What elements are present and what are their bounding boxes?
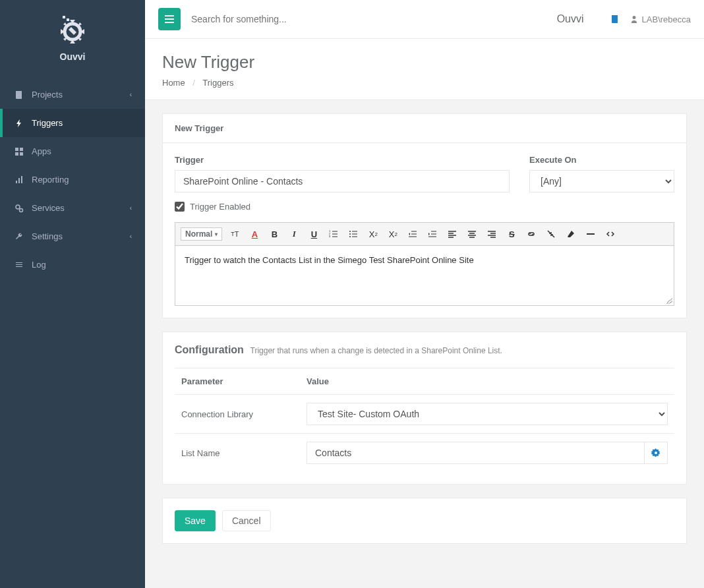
font-size-icon[interactable]: TT [227, 227, 242, 241]
user-menu[interactable]: LAB\rebecca [630, 15, 691, 24]
hamburger-icon [164, 15, 175, 24]
trigger-enabled-label: Trigger Enabled [190, 202, 250, 212]
connection-library-select[interactable]: Test Site- Custom OAuth [307, 403, 668, 425]
execute-on-select[interactable]: [Any] [529, 170, 674, 192]
col-value: Value [300, 368, 674, 395]
cancel-button[interactable]: Cancel [222, 510, 271, 531]
sidebar-item-settings[interactable]: Settings ‹ [0, 222, 145, 250]
chevron-left-icon: ‹ [130, 233, 132, 240]
sidebar-item-label: Settings [32, 231, 63, 241]
hr-icon[interactable] [583, 227, 598, 241]
sidebar-item-services[interactable]: Services ‹ [0, 194, 145, 222]
breadcrumb-home[interactable]: Home [162, 78, 185, 88]
list-name-input[interactable] [307, 442, 645, 464]
format-select[interactable]: Normal▾ [181, 227, 222, 241]
nav-list: Projects ‹ Triggers Apps Reporting Servi… [0, 80, 145, 279]
menu-toggle-button[interactable] [158, 8, 181, 30]
chevron-left-icon: ‹ [130, 91, 132, 98]
panel-title: New Trigger [163, 114, 686, 143]
bolt-icon [13, 119, 25, 128]
editor-toolbar: Normal▾ TT A B I U 123 X2 X2 [175, 223, 674, 246]
param-label: List Name [175, 434, 300, 473]
config-description: Trigger that runs when a change is detec… [250, 346, 502, 355]
eraser-icon[interactable] [564, 227, 578, 241]
underline-icon[interactable]: U [307, 227, 321, 241]
svg-text:3: 3 [329, 235, 331, 238]
help-book-icon[interactable] [610, 15, 620, 24]
align-right-icon[interactable] [484, 227, 499, 241]
list-settings-button[interactable] [645, 442, 668, 464]
config-title: Configuration [175, 344, 244, 355]
svg-rect-1 [63, 16, 65, 18]
list-icon [13, 260, 25, 270]
trigger-label: Trigger [175, 155, 510, 165]
brand-title: Ouvvi [557, 13, 584, 25]
cogs-icon [13, 204, 25, 213]
user-icon [630, 15, 638, 23]
indent-icon[interactable] [425, 227, 440, 241]
svg-point-9 [349, 233, 351, 235]
topbar: Ouvvi LAB\rebecca [145, 0, 704, 39]
svg-point-3 [16, 205, 20, 209]
app-name: Ouvvi [0, 51, 145, 62]
svg-point-10 [349, 236, 351, 237]
svg-point-8 [349, 231, 351, 232]
trigger-panel: New Trigger Trigger Execute On [Any] [162, 113, 687, 318]
search-input[interactable] [191, 14, 531, 24]
config-panel: Configuration Trigger that runs when a c… [162, 332, 687, 485]
table-row: Connection Library Test Site- Custom OAu… [175, 395, 674, 434]
link-icon[interactable] [524, 227, 539, 241]
resize-handle-icon[interactable] [666, 297, 672, 304]
content: New Trigger Trigger Execute On [Any] [145, 100, 704, 570]
superscript-icon[interactable]: X2 [386, 227, 400, 241]
sidebar-item-apps[interactable]: Apps [0, 137, 145, 165]
logo-block: Ouvvi [0, 0, 145, 69]
svg-rect-2 [67, 18, 69, 21]
config-table: Parameter Value Connection Library Test … [175, 368, 674, 472]
sidebar-item-label: Apps [32, 146, 51, 156]
sidebar-item-log[interactable]: Log [0, 250, 145, 279]
book-icon [13, 90, 25, 100]
sidebar-item-label: Projects [32, 90, 63, 100]
editor-textarea[interactable]: Trigger to watch the Contacts List in th… [175, 246, 674, 305]
svg-point-4 [20, 208, 23, 212]
breadcrumb: Home / Triggers [162, 78, 687, 88]
sidebar-item-label: Reporting [32, 175, 69, 185]
align-left-icon[interactable] [445, 227, 459, 241]
strikethrough-icon[interactable]: S [504, 227, 519, 241]
sidebar-item-label: Triggers [32, 118, 63, 128]
chart-bar-icon [13, 175, 25, 185]
wrench-icon [13, 232, 25, 241]
col-parameter: Parameter [175, 368, 300, 395]
param-label: Connection Library [175, 395, 300, 434]
outdent-icon[interactable] [405, 227, 420, 241]
sidebar-item-label: Log [32, 260, 46, 270]
ordered-list-icon[interactable]: 123 [326, 227, 341, 241]
align-center-icon[interactable] [465, 227, 479, 241]
save-button[interactable]: Save [175, 510, 216, 531]
breadcrumb-separator: / [192, 78, 195, 88]
rich-text-editor: Normal▾ TT A B I U 123 X2 X2 [175, 222, 674, 306]
sidebar-item-triggers[interactable]: Triggers [0, 109, 145, 137]
gear-icon [651, 448, 660, 457]
subscript-icon[interactable]: X2 [366, 227, 380, 241]
grid-icon [13, 147, 25, 156]
unordered-list-icon[interactable] [346, 227, 361, 241]
sidebar: Ouvvi Projects ‹ Triggers Apps Reporting [0, 0, 145, 588]
page-header: New Trigger Home / Triggers [145, 39, 704, 100]
unlink-icon[interactable] [544, 227, 558, 241]
trigger-enabled-checkbox[interactable] [175, 202, 185, 212]
page-title: New Trigger [162, 52, 687, 73]
trigger-name-input[interactable] [175, 170, 510, 192]
code-icon[interactable] [603, 227, 618, 241]
italic-icon[interactable]: I [287, 227, 301, 241]
sidebar-item-reporting[interactable]: Reporting [0, 165, 145, 194]
bold-icon[interactable]: B [267, 227, 281, 241]
user-label: LAB\rebecca [642, 15, 691, 24]
topbar-right: LAB\rebecca [610, 15, 691, 24]
font-color-icon[interactable]: A [247, 227, 262, 241]
app-logo-icon [56, 13, 89, 46]
actions-panel: Save Cancel [162, 498, 687, 544]
sidebar-item-projects[interactable]: Projects ‹ [0, 80, 145, 109]
execute-on-label: Execute On [529, 155, 674, 165]
